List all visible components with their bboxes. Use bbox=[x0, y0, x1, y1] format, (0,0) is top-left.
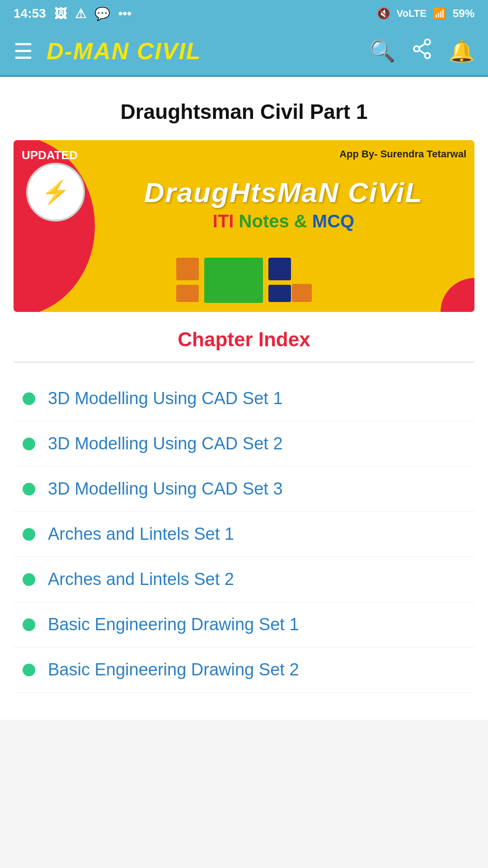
chapter-index-title: Chapter Index bbox=[14, 328, 474, 351]
list-item[interactable]: 3D Modelling Using CAD Set 2 bbox=[14, 421, 474, 467]
banner-title-block: DraugHtsMaN CiViL ITI Notes & MCQ bbox=[93, 176, 474, 231]
svg-rect-6 bbox=[176, 285, 199, 302]
list-item[interactable]: Arches and Lintels Set 1 bbox=[14, 512, 474, 557]
banner-iti-logo bbox=[176, 258, 312, 303]
status-time: 14:53 bbox=[14, 6, 46, 21]
list-item[interactable]: 3D Modelling Using CAD Set 1 bbox=[14, 376, 474, 421]
chapter-bullet bbox=[23, 392, 35, 405]
status-left: 14:53 🖼 ⚠ 💬 ••• bbox=[14, 6, 131, 21]
chapter-bullet bbox=[23, 664, 35, 676]
banner-logo: ⚡ bbox=[26, 163, 85, 222]
nav-right: 🔍 🔔 bbox=[370, 38, 474, 64]
banner-app-by: App By- Surendra Tetarwal bbox=[339, 148, 466, 160]
chapter-bullet bbox=[23, 573, 35, 586]
chapter-link[interactable]: Basic Engineering Drawing Set 2 bbox=[48, 660, 299, 679]
svg-rect-7 bbox=[204, 258, 263, 303]
page-title: Draughtsman Civil Part 1 bbox=[14, 99, 474, 124]
chapter-link[interactable]: 3D Modelling Using CAD Set 3 bbox=[48, 479, 283, 499]
chapter-list: 3D Modelling Using CAD Set 13D Modelling… bbox=[14, 376, 474, 693]
banner-updated-label: UPDATED bbox=[22, 148, 78, 162]
hamburger-icon[interactable]: ☰ bbox=[14, 38, 33, 64]
app-title: D-MAN CIVIL bbox=[47, 38, 202, 65]
main-content: Draughtsman Civil Part 1 UPDATED ⚡ App B… bbox=[0, 77, 488, 720]
list-item[interactable]: Basic Engineering Drawing Set 1 bbox=[14, 602, 474, 647]
nav-left: ☰ D-MAN CIVIL bbox=[14, 38, 202, 65]
message-icon: 💬 bbox=[94, 6, 110, 21]
banner-logo-icon: ⚡ bbox=[42, 179, 70, 205]
banner: UPDATED ⚡ App By- Surendra Tetarwal Drau… bbox=[14, 140, 474, 312]
chapter-bullet bbox=[23, 438, 35, 450]
chapter-link[interactable]: 3D Modelling Using CAD Set 1 bbox=[48, 389, 283, 408]
svg-rect-9 bbox=[268, 285, 291, 302]
banner-title-main: DraugHtsMaN CiViL bbox=[93, 176, 474, 208]
svg-rect-10 bbox=[292, 284, 312, 302]
search-icon[interactable]: 🔍 bbox=[370, 39, 395, 63]
svg-rect-8 bbox=[268, 258, 291, 280]
list-item[interactable]: Arches and Lintels Set 2 bbox=[14, 557, 474, 602]
more-icon: ••• bbox=[118, 6, 131, 21]
status-bar: 14:53 🖼 ⚠ 💬 ••• 🔇 VoLTE 📶 59% bbox=[0, 0, 488, 27]
chapter-link[interactable]: Basic Engineering Drawing Set 1 bbox=[48, 615, 299, 634]
svg-point-2 bbox=[414, 46, 419, 52]
svg-line-3 bbox=[419, 43, 425, 48]
status-right: 🔇 VoLTE 📶 59% bbox=[377, 7, 474, 20]
banner-subtitle: ITI Notes & MCQ bbox=[93, 211, 474, 231]
list-item[interactable]: Basic Engineering Drawing Set 2 bbox=[14, 647, 474, 693]
svg-rect-5 bbox=[176, 258, 199, 280]
mute-icon: 🔇 bbox=[377, 7, 390, 20]
image-icon: 🖼 bbox=[54, 6, 67, 21]
chapter-link[interactable]: Arches and Lintels Set 1 bbox=[48, 524, 234, 544]
list-item[interactable]: 3D Modelling Using CAD Set 3 bbox=[14, 467, 474, 512]
wifi-icon: 📶 bbox=[433, 7, 446, 20]
banner-mcq-text: MCQ bbox=[312, 211, 354, 231]
svg-line-4 bbox=[419, 50, 425, 54]
chapter-bullet bbox=[23, 618, 35, 631]
banner-notes-text: Notes & bbox=[234, 211, 312, 231]
alert-icon: ⚠ bbox=[75, 6, 86, 21]
battery-text: 59% bbox=[453, 7, 474, 20]
chapter-bullet bbox=[23, 483, 35, 495]
chapter-link[interactable]: 3D Modelling Using CAD Set 2 bbox=[48, 434, 283, 453]
top-nav: ☰ D-MAN CIVIL 🔍 🔔 bbox=[0, 27, 488, 77]
banner-iti-text: ITI bbox=[213, 211, 234, 231]
share-icon[interactable] bbox=[412, 38, 432, 64]
divider bbox=[14, 362, 474, 363]
notification-icon[interactable]: 🔔 bbox=[449, 39, 474, 63]
chapter-link[interactable]: Arches and Lintels Set 2 bbox=[48, 570, 234, 589]
chapter-bullet bbox=[23, 528, 35, 541]
lte-icon: VoLTE bbox=[397, 8, 427, 19]
